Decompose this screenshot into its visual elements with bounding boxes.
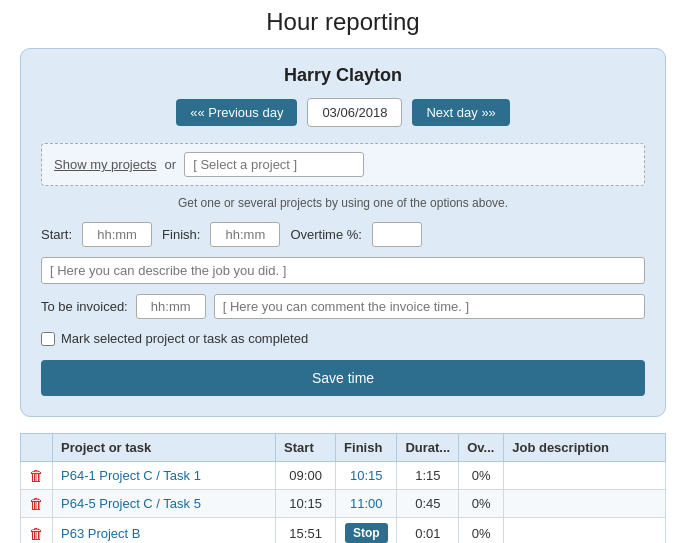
stop-button[interactable]: Stop — [345, 523, 388, 543]
project-link[interactable]: P64-1 Project C / Task 1 — [61, 468, 201, 483]
jobdesc-cell — [504, 462, 666, 490]
job-desc-input[interactable] — [41, 257, 645, 284]
jobdesc-cell — [504, 490, 666, 518]
completed-checkbox[interactable] — [41, 332, 55, 346]
invoice-comment-input[interactable] — [214, 294, 645, 319]
finish-link[interactable]: 11:00 — [350, 496, 383, 511]
project-cell: P63 Project B — [53, 518, 276, 544]
save-button[interactable]: Save time — [41, 360, 645, 396]
start-label: Start: — [41, 227, 72, 242]
project-select-row: Show my projects or — [41, 143, 645, 186]
duration-cell: 0:01 — [397, 518, 459, 544]
table-header-row: Project or task Start Finish Durat... Ov… — [21, 434, 666, 462]
start-cell: 10:15 — [276, 490, 336, 518]
table-container: Project or task Start Finish Durat... Ov… — [20, 433, 666, 543]
delete-cell: 🗑 — [21, 490, 53, 518]
start-cell: 15:51 — [276, 518, 336, 544]
col-header-jobdesc: Job description — [504, 434, 666, 462]
delete-icon[interactable]: 🗑 — [29, 467, 44, 484]
overtime-cell: 0% — [459, 518, 504, 544]
finish-cell[interactable]: Stop — [336, 518, 397, 544]
delete-cell: 🗑 — [21, 462, 53, 490]
project-link[interactable]: P64-5 Project C / Task 5 — [61, 496, 201, 511]
project-cell: P64-5 Project C / Task 5 — [53, 490, 276, 518]
finish-input[interactable] — [210, 222, 280, 247]
next-day-button[interactable]: Next day »» — [412, 99, 509, 126]
invoice-label: To be invoiced: — [41, 299, 128, 314]
finish-cell: 10:15 — [336, 462, 397, 490]
table-row: 🗑P64-1 Project C / Task 109:0010:151:150… — [21, 462, 666, 490]
col-header-delete — [21, 434, 53, 462]
col-header-overtime: Ov... — [459, 434, 504, 462]
user-name: Harry Clayton — [41, 65, 645, 86]
col-header-start: Start — [276, 434, 336, 462]
overtime-cell: 0% — [459, 462, 504, 490]
jobdesc-cell — [504, 518, 666, 544]
delete-cell: 🗑 — [21, 518, 53, 544]
page-title: Hour reporting — [0, 0, 686, 48]
col-header-project: Project or task — [53, 434, 276, 462]
delete-icon[interactable]: 🗑 — [29, 525, 44, 542]
data-table: Project or task Start Finish Durat... Ov… — [20, 433, 666, 543]
prev-day-button[interactable]: «« Previous day — [176, 99, 297, 126]
project-cell: P64-1 Project C / Task 1 — [53, 462, 276, 490]
time-row: Start: Finish: Overtime %: 0 — [41, 222, 645, 247]
overtime-label: Overtime %: — [290, 227, 362, 242]
invoice-row: To be invoiced: — [41, 294, 645, 319]
overtime-cell: 0% — [459, 490, 504, 518]
table-row: 🗑P63 Project B15:51Stop0:010% — [21, 518, 666, 544]
duration-cell: 0:45 — [397, 490, 459, 518]
col-header-duration: Durat... — [397, 434, 459, 462]
select-project-input[interactable] — [184, 152, 364, 177]
delete-icon[interactable]: 🗑 — [29, 495, 44, 512]
or-text: or — [165, 157, 177, 172]
hint-text: Get one or several projects by using one… — [41, 196, 645, 210]
invoice-time-input[interactable] — [136, 294, 206, 319]
finish-label: Finish: — [162, 227, 200, 242]
nav-row: «« Previous day 03/06/2018 Next day »» — [41, 98, 645, 127]
finish-link[interactable]: 10:15 — [350, 468, 383, 483]
finish-cell: 11:00 — [336, 490, 397, 518]
project-link[interactable]: P63 Project B — [61, 526, 141, 541]
col-header-finish: Finish — [336, 434, 397, 462]
start-input[interactable] — [82, 222, 152, 247]
main-card: Harry Clayton «« Previous day 03/06/2018… — [20, 48, 666, 417]
start-cell: 09:00 — [276, 462, 336, 490]
overtime-input[interactable]: 0 — [372, 222, 422, 247]
table-row: 🗑P64-5 Project C / Task 510:1511:000:450… — [21, 490, 666, 518]
show-my-projects-link[interactable]: Show my projects — [54, 157, 157, 172]
completed-label: Mark selected project or task as complet… — [61, 331, 308, 346]
duration-cell: 1:15 — [397, 462, 459, 490]
date-display: 03/06/2018 — [307, 98, 402, 127]
completed-row: Mark selected project or task as complet… — [41, 331, 645, 346]
